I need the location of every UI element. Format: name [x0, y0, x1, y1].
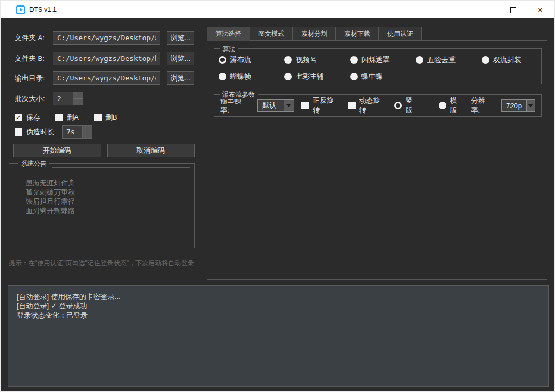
algorithm-group-title: 算法 [220, 45, 238, 54]
window-title: DTS v1.1 [29, 6, 57, 14]
folder-a-row: 文件夹 A: 浏览... [15, 31, 199, 45]
radio-icon[interactable] [219, 73, 226, 80]
resolution-select[interactable]: 720p [501, 99, 535, 112]
delete-a-checkbox-label: 删A [67, 113, 79, 122]
minimize-icon [483, 10, 489, 10]
log-panel[interactable]: [自动登录] 使用保存的卡密登录... [自动登录] ✓ 登录成功 登录状态变化… [8, 285, 549, 387]
fake-duration-value: 7s [62, 125, 82, 139]
spin-up-icon[interactable] [73, 92, 83, 99]
radio-icon[interactable] [394, 102, 402, 109]
radio-icon[interactable] [284, 56, 292, 64]
algorithm-group: 算法 瀑布流 视频号 闪烁遮罩 五险去重 双流封装 蝴蝶帧 七彩主辅 蝶中蝶 [214, 48, 542, 84]
app-logo-icon [16, 5, 25, 14]
radio-icon[interactable] [416, 56, 423, 64]
encode-actions-row: 开始编码 取消编码 [13, 144, 195, 157]
app-window: DTS v1.1 × 文件夹 A: 浏览... 文件夹 B: 浏览... 输出目… [1, 1, 554, 391]
radio-icon[interactable] [284, 73, 292, 80]
delete-b-checkbox-box[interactable] [94, 114, 102, 121]
spin-down-icon[interactable] [83, 132, 92, 138]
radio-wuxian-dedup[interactable]: 五险去重 [416, 55, 482, 65]
batch-size-spin-buttons[interactable] [73, 92, 83, 105]
delete-b-checkbox-label: 删B [105, 113, 117, 122]
radio-landscape[interactable]: 横版 [439, 96, 464, 115]
fake-duration-checkbox-box[interactable] [15, 128, 22, 136]
announcement-list: 墨海无涯灯作舟 孤光刺破万重秋 铁肩担月行霜径 血刃劈开荆棘路 [9, 164, 194, 215]
fake-duration-label: 伪造时长 [26, 127, 54, 137]
radio-video-account[interactable]: 视频号 [284, 55, 350, 65]
radio-icon[interactable] [439, 102, 446, 109]
radio-butterfly-in-butterfly[interactable]: 蝶中蝶 [350, 72, 416, 82]
batch-size-value: 2 [53, 92, 73, 105]
close-button[interactable]: × [527, 1, 554, 18]
delete-a-checkbox[interactable]: 删A [55, 113, 79, 122]
radio-label: 瀑布流 [230, 55, 251, 65]
radio-icon[interactable] [219, 56, 226, 64]
chevron-down-icon [284, 100, 294, 111]
folder-a-browse-button[interactable]: 浏览... [167, 31, 194, 45]
radio-flicker-mask[interactable]: 闪烁遮罩 [350, 55, 416, 65]
algorithm-options: 瀑布流 视频号 闪烁遮罩 五险去重 双流封装 蝴蝶帧 七彩主辅 蝶中蝶 [214, 49, 541, 82]
output-dir-browse-button[interactable]: 浏览... [167, 71, 194, 85]
folder-a-input[interactable] [53, 31, 160, 45]
radio-icon[interactable] [482, 56, 489, 64]
fake-duration-spin-buttons[interactable] [82, 125, 92, 139]
output-dir-input[interactable] [53, 71, 160, 85]
start-encode-button[interactable]: 开始编码 [13, 144, 101, 157]
delete-b-checkbox[interactable]: 删B [94, 113, 117, 122]
resolution-value: 720p [502, 100, 526, 111]
announcement-group-title: 系统公告 [18, 159, 49, 169]
minimize-button[interactable] [472, 1, 500, 18]
waterfall-params-title: 瀑布流参数 [220, 90, 258, 99]
tab-auth[interactable]: 使用认证 [379, 27, 422, 41]
folder-b-input[interactable] [53, 52, 160, 65]
fake-duration-stepper[interactable]: 7s [62, 125, 92, 139]
dynamic-rotate-box[interactable] [348, 102, 356, 109]
batch-size-label: 批次大小: [15, 94, 53, 104]
folder-b-label: 文件夹 B: [15, 54, 53, 64]
save-checkbox-box[interactable] [15, 114, 22, 121]
save-checkbox[interactable]: 保存 [15, 113, 40, 122]
landscape-label: 横版 [450, 96, 464, 115]
frame-rate-select[interactable]: 默认 [257, 99, 294, 112]
spin-up-icon[interactable] [83, 126, 92, 132]
spin-down-icon[interactable] [73, 99, 83, 105]
radio-portrait[interactable]: 竖版 [394, 96, 420, 115]
radio-label: 闪烁遮罩 [361, 55, 390, 65]
output-dir-label: 输出目录: [15, 73, 53, 83]
fake-duration-checkbox[interactable]: 伪造时长 [15, 127, 54, 137]
close-icon: × [538, 5, 543, 15]
tab-content-pane: 算法 瀑布流 视频号 闪烁遮罩 五险去重 双流封装 蝴蝶帧 七彩主辅 蝶中蝶 瀑… [207, 40, 547, 280]
batch-size-row: 批次大小: 2 [15, 92, 83, 105]
radio-label: 双流封装 [493, 55, 521, 65]
tab-algorithm-select[interactable]: 算法选择 [207, 27, 250, 41]
log-line: [自动登录] ✓ 登录成功 [17, 301, 540, 310]
radio-icon[interactable] [350, 56, 358, 64]
radio-label: 视频号 [296, 55, 317, 65]
announcement-line: 铁肩担月行霜径 [26, 197, 194, 206]
cancel-encode-button[interactable]: 取消编码 [107, 144, 195, 157]
radio-rainbow-main-aux[interactable]: 七彩主辅 [284, 72, 350, 82]
waterfall-params-row: 输出帧率: 默认 正反旋转 动态旋转 竖版 [214, 95, 541, 116]
radio-label: 五险去重 [427, 55, 456, 65]
forward-reverse-rotate-checkbox[interactable]: 正反旋转 [301, 96, 341, 115]
dynamic-rotate-checkbox[interactable]: 动态旋转 [348, 96, 388, 115]
maximize-button[interactable] [500, 1, 527, 18]
radio-icon[interactable] [350, 73, 358, 80]
log-line: 登录状态变化：已登录 [17, 310, 540, 320]
window-controls: × [472, 1, 554, 18]
login-hint-text: 提示：在"使用认证"页勾选"记住登录状态"，下次启动将自动登录 [9, 259, 194, 268]
forward-reverse-rotate-box[interactable] [301, 102, 309, 109]
folder-b-browse-button[interactable]: 浏览... [167, 52, 194, 65]
delete-a-checkbox-box[interactable] [55, 114, 63, 121]
radio-butterfly-frame[interactable]: 蝴蝶帧 [219, 72, 284, 82]
delete-options-row: 保存 删A 删B [15, 110, 117, 124]
radio-dual-stream[interactable]: 双流封装 [482, 55, 547, 65]
radio-waterfall[interactable]: 瀑布流 [219, 55, 284, 65]
tab-material-download[interactable]: 素材下载 [336, 27, 379, 41]
radio-label: 蝴蝶帧 [230, 72, 251, 82]
tab-material-split[interactable]: 素材分割 [293, 27, 336, 41]
batch-size-stepper[interactable]: 2 [53, 92, 83, 105]
log-line: [自动登录] 使用保存的卡密登录... [17, 292, 540, 301]
tab-image-text-mode[interactable]: 图文模式 [250, 27, 293, 41]
output-dir-row: 输出目录: 浏览... [15, 71, 199, 85]
